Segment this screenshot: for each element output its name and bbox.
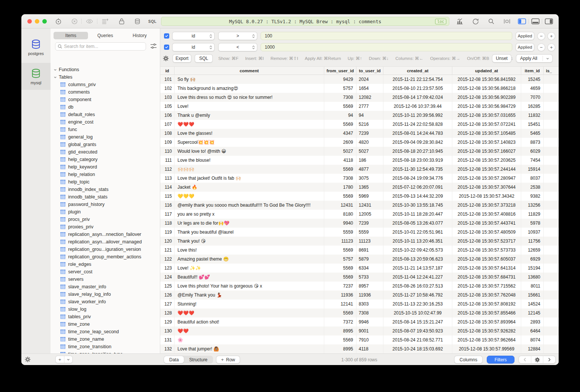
cell-created-at[interactable]: 2015-08-13 20:59:06.623 <box>383 255 452 264</box>
cell-updated-at[interactable]: 2015-12-08 15:30:57.408816 <box>452 210 521 219</box>
cell-item-id[interactable]: 4659 <box>521 84 544 93</box>
table-list-item[interactable]: replication_group_member_actions <box>51 253 160 261</box>
cell-comment[interactable]: Thank you beautiful @laurel <box>174 228 324 237</box>
filter-column-select[interactable]: id <box>172 43 215 51</box>
table-list-item[interactable]: help_topic <box>51 178 160 186</box>
cell-to-user-id[interactable]: 5216 <box>356 120 383 129</box>
cell-item-id[interactable]: 8037 <box>521 174 544 183</box>
cell-from-user-id[interactable]: 2609 <box>324 138 356 147</box>
cell-created-at[interactable]: 2015-09-04 09:28:30.842 <box>383 138 452 147</box>
cell-item-id[interactable]: 6929 <box>521 255 544 264</box>
cell-from-user-id[interactable]: 5569 <box>324 335 356 344</box>
cell-from-user-id[interactable]: 5569 <box>324 120 356 129</box>
table-list-item[interactable]: general_log <box>51 133 160 141</box>
cell-created-at[interactable]: 2015-12-06 10:37:39.44 <box>383 102 452 111</box>
cell-comment[interactable]: ❤️❤️❤️ <box>174 309 324 317</box>
cell-to-user-id[interactable]: 7239 <box>356 129 383 138</box>
refresh-icon[interactable] <box>472 18 479 25</box>
cell-to-user-id[interactable]: 12005 <box>356 210 383 219</box>
cell-item-id[interactable]: 11829 <box>521 210 544 219</box>
cell-created-at[interactable]: 2015-11-13 22:30:16.253 <box>383 300 452 309</box>
tab-history[interactable]: History <box>122 32 157 39</box>
database-icon[interactable] <box>134 18 141 25</box>
group-tables[interactable]: Tables <box>51 73 160 81</box>
cell-comment[interactable]: Supercool💥💥💥 <box>174 138 324 147</box>
remove-filter-button[interactable]: − <box>537 43 545 51</box>
cell-from-user-id[interactable]: 4347 <box>324 129 356 138</box>
zoom-window-button[interactable] <box>42 19 47 24</box>
cell-comment[interactable]: @Emily Thank you 💃🏾 <box>174 291 324 300</box>
cell-is[interactable] <box>544 192 558 201</box>
cell-to-user-id[interactable]: 11123 <box>356 237 383 246</box>
table-list-item[interactable]: default_roles <box>51 111 160 118</box>
toggle-left-panel-icon[interactable] <box>518 18 526 24</box>
table-row[interactable]: 126 @Emily Thank you 💃🏾 11936 11936 2015… <box>160 291 559 300</box>
cell-to-user-id[interactable]: 1365 <box>356 183 383 192</box>
cell-id[interactable]: 113 <box>160 174 174 183</box>
cell-created-at[interactable]: 2015-08-24 21:08:52.771 <box>383 335 452 344</box>
tab-queries[interactable]: Queries <box>88 32 122 39</box>
sidebar-settings-gear-icon[interactable] <box>25 356 31 362</box>
cell-created-at[interactable]: 2015-08-26 16:03:27.513 <box>383 282 452 291</box>
cell-from-user-id[interactable]: 8180 <box>324 210 356 219</box>
column-header-item-id[interactable]: item_id <box>521 67 544 75</box>
cell-updated-at[interactable]: 2015-12-08 15:30:57.641314 <box>452 264 521 273</box>
cell-item-id[interactable]: 8074 <box>521 335 544 344</box>
cell-updated-at[interactable]: 2015-12-08 15:30:57.031655 <box>452 111 521 120</box>
cell-item-id[interactable]: 12145 <box>521 309 544 317</box>
table-row[interactable]: 106 Thank u @emily 94 94 2015-10-11 20:3… <box>160 111 559 120</box>
table-list-item[interactable]: func <box>51 126 160 133</box>
cell-is[interactable] <box>544 291 558 300</box>
filter-value-input[interactable]: 100 <box>261 32 512 40</box>
table-list-item[interactable]: servers <box>51 276 160 283</box>
table-row[interactable]: 103 Love this dress so much 😍 so nice fo… <box>160 93 559 102</box>
cell-id[interactable]: 118 <box>160 219 174 228</box>
cell-comment[interactable]: Thank u @emily <box>174 111 324 120</box>
cell-updated-at[interactable]: 2015-12-08 15:30:57.808192 <box>452 300 521 309</box>
cell-is[interactable] <box>544 344 558 353</box>
table-row[interactable]: 122 Amazing pastel theme 😬 5757 5879 201… <box>160 255 559 264</box>
connection-mysql[interactable]: mysql <box>21 63 51 90</box>
cell-from-user-id[interactable]: 5569 <box>324 246 356 255</box>
table-list-item[interactable]: help_relation <box>51 171 160 178</box>
cell-created-at[interactable]: 2015-11-30 12:54:49.735 <box>383 165 452 174</box>
preview-eye-icon[interactable] <box>86 18 93 25</box>
minimize-window-button[interactable] <box>35 19 39 24</box>
cell-comment[interactable]: Love this dress so much 😍 so nice for su… <box>174 93 324 102</box>
cell-updated-at[interactable]: 2015-12-08 15:30:57.307644 <box>452 183 521 192</box>
table-list-item[interactable]: slave_worker_info <box>51 298 160 306</box>
filter-applied-button[interactable]: Applied <box>516 43 534 51</box>
filter-value-input[interactable]: 1000 <box>261 43 512 51</box>
cell-comment[interactable]: Love that jumper! 🙆🏽 <box>174 344 324 353</box>
table-list-item[interactable]: time_zone_name <box>51 335 160 343</box>
add-table-menu-button[interactable] <box>64 356 73 363</box>
filter-operator-select[interactable]: > <box>218 32 257 40</box>
toggle-right-panel-icon[interactable] <box>545 18 553 24</box>
cell-to-user-id[interactable]: 8957 <box>356 282 383 291</box>
cell-id[interactable]: 128 <box>160 309 174 317</box>
cell-to-user-id[interactable]: 4118 <box>356 344 383 353</box>
cell-updated-at[interactable]: 2015-12-08 15:30:57.166027 <box>452 147 521 156</box>
cell-from-user-id[interactable]: 7372 <box>324 317 356 326</box>
cell-item-id[interactable]: 6464 <box>521 326 544 335</box>
cell-to-user-id[interactable]: 5559 <box>356 228 383 237</box>
cell-from-user-id[interactable]: 8995 <box>324 326 356 335</box>
cell-comment[interactable]: Beautiful action shot! <box>174 317 324 326</box>
cell-id[interactable]: 101 <box>160 75 174 84</box>
cell-created-at[interactable]: 2015-10-11 13:20:46.351 <box>383 237 452 246</box>
cell-updated-at[interactable]: 2015-12-08 15:30:57.280947 <box>452 174 521 183</box>
table-row[interactable]: 118 Ur legs are to die for🙌💖 9940 7239 2… <box>160 219 559 228</box>
table-row[interactable]: 111 Love the blouse! 4118 186 2015-08-18… <box>160 156 559 165</box>
cell-id[interactable]: 110 <box>160 147 174 156</box>
cell-item-id[interactable]: 7070 <box>521 93 544 102</box>
cell-id[interactable]: 109 <box>160 138 174 147</box>
cell-created-at[interactable]: 2015-08-24 19:09:34.776 <box>383 174 452 183</box>
cell-from-user-id[interactable]: 5569 <box>324 102 356 111</box>
table-list-item[interactable]: proxies_priv <box>51 223 160 231</box>
cell-to-user-id[interactable]: 5733 <box>356 273 383 282</box>
cell-item-id[interactable]: 5978 <box>521 219 544 228</box>
cell-updated-at[interactable]: 2015-12-08 15:30:57.34342 <box>452 192 521 201</box>
cell-to-user-id[interactable]: 5027 <box>356 147 383 156</box>
cell-comment[interactable]: This background is amazing😍 <box>174 84 324 93</box>
cell-id[interactable]: 122 <box>160 255 174 264</box>
